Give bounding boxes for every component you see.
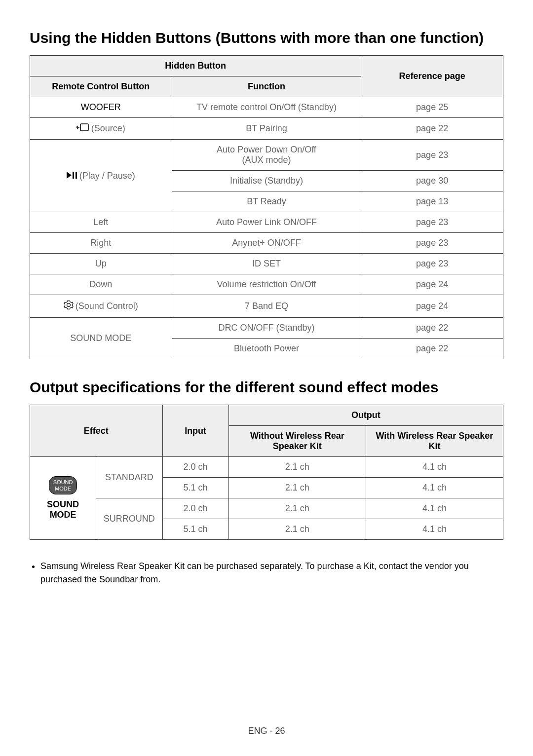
cell-mode: STANDARD	[96, 457, 162, 498]
hidden-buttons-table: Hidden Button Reference page Remote Cont…	[30, 55, 503, 359]
th-with-kit: With Wireless Rear Speaker Kit	[366, 426, 503, 457]
cell-button: Up	[30, 254, 172, 274]
cell-button-label: (Source)	[91, 123, 125, 134]
th-effect: Effect	[30, 405, 163, 457]
output-specs-table: Effect Input Output Without Wireless Rea…	[30, 405, 503, 540]
cell-button-label: (Play / Pause)	[79, 171, 135, 181]
th-reference-page: Reference page	[361, 56, 503, 97]
table-row: Up ID SET page 23	[30, 254, 503, 274]
gear-icon	[64, 300, 74, 312]
cell-ref: page 23	[361, 254, 503, 274]
cell-sound-mode: SOUND MODE SOUND MODE	[30, 457, 96, 540]
table-row: (Sound Control) 7 Band EQ page 24	[30, 295, 503, 318]
table-row: WOOFER TV remote control On/Off (Standby…	[30, 97, 503, 118]
cell-function: BT Ready	[172, 191, 361, 212]
cell-ref: page 24	[361, 274, 503, 295]
play-pause-icon	[67, 171, 77, 181]
source-icon	[76, 123, 89, 134]
cell-input: 2.0 ch	[162, 498, 228, 519]
cell-button: Left	[30, 212, 172, 233]
sound-mode-label: SOUND MODE	[34, 499, 92, 520]
cell-function: Auto Power Down On/Off (AUX mode)	[172, 140, 361, 171]
th-hidden-button: Hidden Button	[30, 56, 361, 76]
cell-function: TV remote control On/Off (Standby)	[172, 97, 361, 118]
cell-ref: page 22	[361, 118, 503, 140]
svg-rect-2	[76, 172, 77, 179]
cell-button: (Source)	[30, 118, 172, 140]
cell-input: 5.1 ch	[162, 478, 228, 498]
cell-ref: page 23	[361, 140, 503, 171]
th-input: Input	[162, 405, 228, 457]
cell-function: ID SET	[172, 254, 361, 274]
cell-function: BT Pairing	[172, 118, 361, 140]
cell-ref: page 23	[361, 212, 503, 233]
th-function: Function	[172, 76, 361, 97]
table-row: SURROUND 2.0 ch 2.1 ch 4.1 ch	[30, 498, 503, 519]
cell-button: SOUND MODE	[30, 318, 172, 359]
svg-rect-0	[80, 124, 88, 131]
table-row: SOUND MODE DRC ON/OFF (Standby) page 22	[30, 318, 503, 339]
cell-function: Bluetooth Power	[172, 339, 361, 359]
cell-button-label: (Sound Control)	[76, 301, 138, 311]
cell-button: (Play / Pause)	[30, 140, 172, 212]
cell-mode: SURROUND	[96, 498, 162, 540]
cell-input: 2.0 ch	[162, 457, 228, 478]
svg-rect-1	[73, 172, 74, 179]
badge-line2: MODE	[55, 486, 71, 491]
heading-hidden-buttons: Using the Hidden Buttons (Buttons with m…	[30, 30, 503, 46]
cell-ref: page 13	[361, 191, 503, 212]
cell-ref: page 30	[361, 171, 503, 191]
table-row: Right Anynet+ ON/OFF page 23	[30, 233, 503, 254]
cell-with: 4.1 ch	[366, 457, 503, 478]
sound-mode-badge: SOUND MODE	[49, 476, 77, 494]
cell-with: 4.1 ch	[366, 519, 503, 540]
cell-function: Anynet+ ON/OFF	[172, 233, 361, 254]
cell-function: DRC ON/OFF (Standby)	[172, 318, 361, 339]
cell-without: 2.1 ch	[228, 498, 366, 519]
cell-ref: page 25	[361, 97, 503, 118]
cell-function: Auto Power Link ON/OFF	[172, 212, 361, 233]
cell-button: (Sound Control)	[30, 295, 172, 318]
heading-output-specs: Output specifications for the different …	[30, 379, 503, 396]
cell-button: Down	[30, 274, 172, 295]
page-footer: ENG - 26	[0, 726, 533, 736]
note-item: Samsung Wireless Rear Speaker Kit can be…	[40, 560, 503, 586]
th-remote-control-button: Remote Control Button	[30, 76, 172, 97]
cell-button: WOOFER	[30, 97, 172, 118]
cell-function: Volume restriction On/Off	[172, 274, 361, 295]
badge-line1: SOUND	[53, 479, 73, 485]
cell-function: Initialise (Standby)	[172, 171, 361, 191]
cell-with: 4.1 ch	[366, 478, 503, 498]
cell-ref: page 22	[361, 339, 503, 359]
table-row: (Source) BT Pairing page 22	[30, 118, 503, 140]
cell-ref: page 22	[361, 318, 503, 339]
cell-without: 2.1 ch	[228, 457, 366, 478]
table-row: SOUND MODE SOUND MODE STANDARD 2.0 ch 2.…	[30, 457, 503, 478]
notes-list: Samsung Wireless Rear Speaker Kit can be…	[30, 560, 503, 586]
cell-function: 7 Band EQ	[172, 295, 361, 318]
table-row: Left Auto Power Link ON/OFF page 23	[30, 212, 503, 233]
cell-ref: page 24	[361, 295, 503, 318]
table-row: (Play / Pause) Auto Power Down On/Off (A…	[30, 140, 503, 171]
cell-without: 2.1 ch	[228, 478, 366, 498]
cell-button: Right	[30, 233, 172, 254]
cell-with: 4.1 ch	[366, 498, 503, 519]
th-output: Output	[228, 405, 503, 426]
table-row: Down Volume restriction On/Off page 24	[30, 274, 503, 295]
cell-input: 5.1 ch	[162, 519, 228, 540]
cell-without: 2.1 ch	[228, 519, 366, 540]
th-without-kit: Without Wireless Rear Speaker Kit	[228, 426, 366, 457]
cell-ref: page 23	[361, 233, 503, 254]
